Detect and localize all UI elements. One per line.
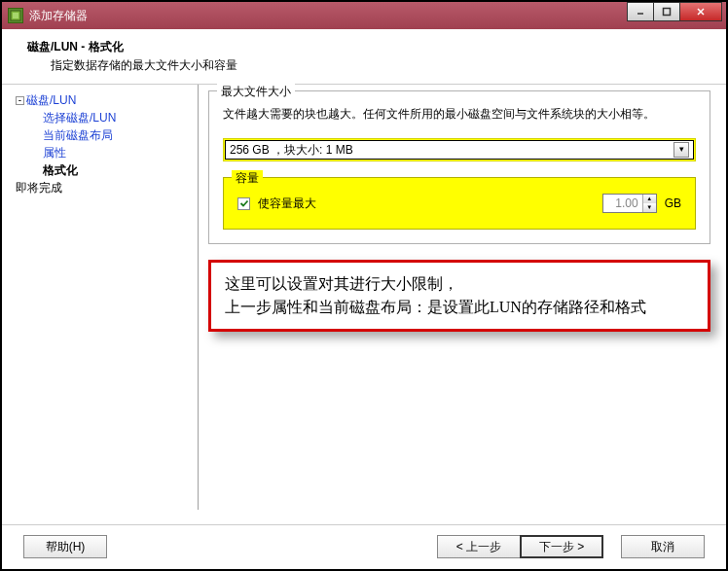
annotation-box: 这里可以设置对其进行大小限制， 上一步属性和当前磁盘布局：是设置此LUN的存储路… [208, 260, 710, 332]
capacity-value: 1.00 [603, 195, 642, 212]
wizard-sidebar: -磁盘/LUN 选择磁盘/LUN 当前磁盘布局 属性 格式化 即将完成 [2, 85, 199, 510]
maximize-capacity-label: 使容量最大 [258, 196, 602, 212]
maximize-capacity-checkbox[interactable] [237, 197, 250, 210]
wizard-footer: 帮助(H) < 上一步 下一步 > 取消 [2, 524, 726, 569]
max-file-size-group: 最大文件大小 文件越大需要的块也越大。任何文件所用的最小磁盘空间与文件系统块的大… [208, 90, 710, 244]
spinner-up-icon[interactable]: ▲ [643, 195, 656, 203]
page-title: 磁盘/LUN - 格式化 [27, 39, 709, 55]
back-button[interactable]: < 上一步 [437, 535, 521, 558]
sidebar-item-select-disk[interactable]: 选择磁盘/LUN [43, 109, 194, 126]
titlebar[interactable]: 添加存储器 [2, 2, 726, 29]
max-file-size-legend: 最大文件大小 [217, 84, 295, 100]
block-size-highlight: 256 GB ，块大小: 1 MB ▾ [223, 138, 696, 161]
sidebar-item-ready: 即将完成 [16, 179, 194, 196]
capacity-legend: 容量 [232, 170, 263, 187]
sidebar-item-current-layout[interactable]: 当前磁盘布局 [43, 126, 194, 144]
cancel-button[interactable]: 取消 [621, 535, 705, 558]
next-button[interactable]: 下一步 > [520, 535, 603, 558]
wizard-header: 磁盘/LUN - 格式化 指定数据存储的最大文件大小和容量 [2, 29, 726, 84]
maximize-button[interactable] [653, 2, 680, 21]
block-size-select[interactable]: 256 GB ，块大小: 1 MB ▾ [225, 140, 694, 160]
block-size-value: 256 GB ，块大小: 1 MB [230, 142, 353, 159]
app-icon [8, 8, 23, 23]
svg-rect-2 [664, 9, 671, 16]
annotation-line-2: 上一步属性和当前磁盘布局：是设置此LUN的存储路径和格式 [225, 296, 694, 319]
sidebar-item-format[interactable]: 格式化 [43, 161, 194, 179]
spinner-down-icon[interactable]: ▼ [643, 203, 656, 212]
sidebar-item-properties[interactable]: 属性 [43, 144, 194, 161]
help-button[interactable]: 帮助(H) [23, 535, 107, 558]
tree-collapse-icon[interactable]: - [16, 96, 24, 105]
close-button[interactable] [679, 2, 722, 21]
dropdown-arrow-icon[interactable]: ▾ [673, 142, 689, 158]
minimize-button[interactable] [627, 2, 654, 21]
capacity-unit: GB [665, 196, 681, 210]
window-title: 添加存储器 [29, 8, 628, 24]
annotation-line-1: 这里可以设置对其进行大小限制， [225, 272, 694, 296]
max-file-size-desc: 文件越大需要的块也越大。任何文件所用的最小磁盘空间与文件系统块的大小相等。 [223, 105, 696, 123]
capacity-group: 容量 使容量最大 1.00 ▲ ▼ GB [223, 177, 696, 230]
wizard-content: 最大文件大小 文件越大需要的块也越大。任何文件所用的最小磁盘空间与文件系统块的大… [199, 85, 726, 510]
capacity-spinner[interactable]: 1.00 ▲ ▼ [602, 194, 657, 213]
sidebar-root-disk-lun[interactable]: -磁盘/LUN [16, 92, 194, 109]
wizard-window: 添加存储器 磁盘/LUN - 格式化 指定数据存储的最大文件大小和容量 -磁盘/… [0, 0, 728, 571]
page-subtitle: 指定数据存储的最大文件大小和容量 [27, 57, 709, 74]
